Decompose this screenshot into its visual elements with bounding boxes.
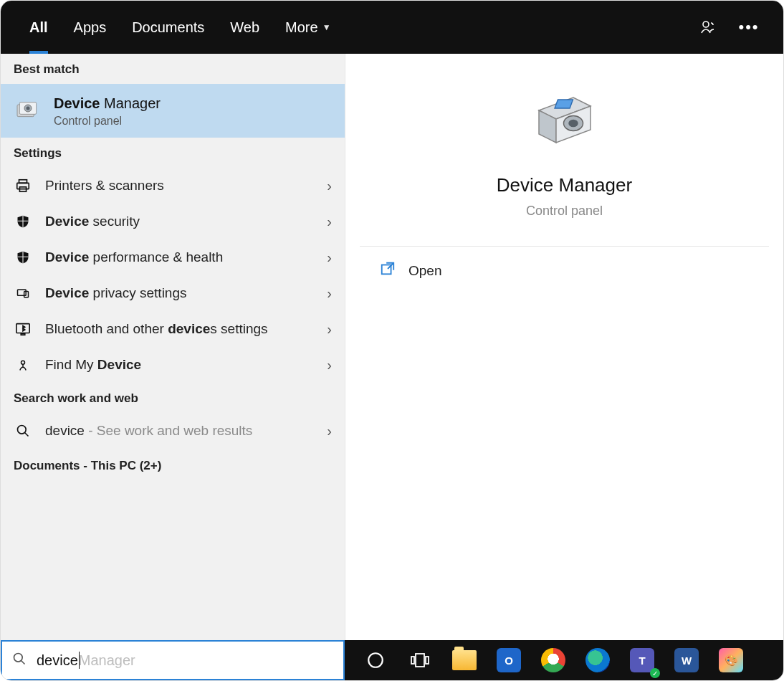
- open-icon: [380, 261, 396, 280]
- settings-item-label: Find My Device: [45, 357, 314, 373]
- chevron-down-icon: ▼: [322, 22, 331, 32]
- taskbar-paint[interactable]: 🎨: [716, 645, 746, 675]
- svg-rect-6: [17, 183, 29, 189]
- settings-item-device-performance[interactable]: Device performance & health ›: [1, 239, 345, 275]
- chevron-right-icon: ›: [327, 249, 332, 266]
- feedback-icon[interactable]: [699, 17, 719, 37]
- taskbar-word[interactable]: W: [671, 645, 702, 675]
- taskbar-teams[interactable]: T✓: [627, 645, 657, 675]
- search-header: All Apps Documents Web More▼ •••: [1, 1, 783, 54]
- web-search-item[interactable]: device - See work and web results ›: [1, 413, 345, 449]
- tab-documents[interactable]: Documents: [119, 1, 217, 54]
- best-match-subtitle: Control panel: [54, 115, 161, 128]
- preview-subtitle: Control panel: [345, 204, 783, 219]
- tab-all[interactable]: All: [16, 1, 61, 54]
- bluetooth-icon: [14, 321, 32, 337]
- tab-web[interactable]: Web: [217, 1, 272, 54]
- preview-title: Device Manager: [345, 174, 783, 196]
- svg-point-0: [703, 22, 709, 27]
- search-input[interactable]: device Manager: [37, 652, 333, 669]
- search-icon: [12, 652, 27, 669]
- chevron-right-icon: ›: [327, 357, 332, 373]
- search-icon: [14, 424, 32, 438]
- web-search-label: device - See work and web results: [45, 423, 314, 439]
- settings-item-find-my-device[interactable]: Find My Device ›: [1, 347, 345, 383]
- taskbar-outlook[interactable]: O: [494, 645, 524, 675]
- action-label: Open: [408, 263, 441, 279]
- preview-panel: Device Manager Control panel Open: [345, 54, 783, 640]
- privacy-icon: [14, 286, 32, 300]
- taskbar-edge[interactable]: [583, 645, 613, 675]
- svg-point-21: [14, 654, 23, 662]
- taskbar-task-view[interactable]: [405, 645, 435, 675]
- web-heading: Search work and web: [1, 383, 345, 413]
- svg-rect-11: [21, 333, 25, 335]
- svg-rect-19: [555, 100, 573, 108]
- svg-rect-23: [411, 657, 414, 664]
- findmy-icon: [14, 357, 32, 373]
- settings-heading: Settings: [1, 138, 345, 168]
- search-box[interactable]: device Manager: [1, 640, 345, 680]
- tab-apps[interactable]: Apps: [61, 1, 120, 54]
- taskbar-cortana[interactable]: [360, 645, 391, 675]
- best-match-result[interactable]: Device Manager Control panel: [1, 84, 345, 138]
- taskbar-tray: O T✓ W 🎨: [345, 640, 783, 680]
- settings-item-device-privacy[interactable]: Device privacy settings ›: [1, 275, 345, 311]
- chevron-right-icon: ›: [327, 285, 332, 302]
- status-badge-icon: ✓: [650, 668, 660, 678]
- settings-item-bluetooth[interactable]: Bluetooth and other devices settings ›: [1, 311, 345, 347]
- settings-item-label: Device security: [45, 214, 314, 229]
- svg-point-4: [27, 106, 30, 110]
- tab-more[interactable]: More▼: [272, 1, 343, 54]
- taskbar: device Manager O T✓ W 🎨: [1, 640, 783, 680]
- svg-point-12: [21, 361, 25, 364]
- shield-icon: [14, 214, 32, 229]
- settings-item-label: Printers & scanners: [45, 178, 314, 194]
- preview-app-icon: [530, 87, 599, 156]
- svg-point-18: [568, 120, 578, 128]
- best-match-title: Device Manager: [54, 95, 161, 112]
- chevron-right-icon: ›: [327, 321, 332, 338]
- svg-rect-25: [426, 657, 429, 664]
- device-manager-icon: [14, 97, 42, 126]
- chevron-right-icon: ›: [327, 423, 332, 439]
- settings-item-label: Bluetooth and other devices settings: [45, 321, 314, 337]
- documents-heading: Documents - This PC (2+): [1, 449, 345, 483]
- svg-rect-24: [416, 654, 424, 667]
- results-panel: Best match Device Manager Control panel …: [1, 54, 345, 640]
- settings-item-label: Device privacy settings: [45, 285, 314, 301]
- shield-icon: [14, 249, 32, 265]
- settings-item-label: Device performance & health: [45, 249, 314, 265]
- more-options-icon[interactable]: •••: [739, 17, 759, 37]
- action-open[interactable]: Open: [345, 247, 783, 295]
- taskbar-chrome[interactable]: [538, 645, 568, 675]
- svg-rect-8: [18, 290, 27, 295]
- chevron-right-icon: ›: [327, 178, 332, 194]
- settings-item-device-security[interactable]: Device security ›: [1, 204, 345, 239]
- filter-tabs: All Apps Documents Web More▼: [16, 1, 344, 54]
- settings-item-printers[interactable]: Printers & scanners ›: [1, 168, 345, 204]
- svg-point-13: [18, 426, 27, 434]
- printer-icon: [14, 178, 32, 194]
- chevron-right-icon: ›: [327, 214, 332, 230]
- best-match-heading: Best match: [1, 54, 345, 84]
- taskbar-file-explorer[interactable]: [449, 645, 479, 675]
- svg-point-22: [368, 653, 383, 667]
